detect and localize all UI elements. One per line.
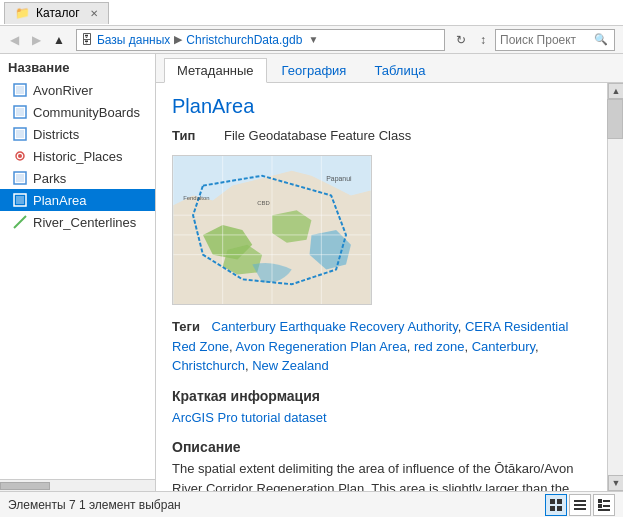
svg-rect-34 <box>574 504 586 506</box>
sidebar-item-parks[interactable]: Parks <box>0 167 155 189</box>
sidebar-item-rivercenterlines[interactable]: River_Centerlines <box>0 211 155 233</box>
search-area: 🔍 <box>495 29 615 51</box>
sidebar-item-label: AvonRiver <box>33 83 93 98</box>
main-area: Название AvonRiver CommunityBoards Distr… <box>0 54 623 491</box>
title-bar: 📁 Каталог ✕ <box>0 0 623 26</box>
sidebar-item-districts[interactable]: Districts <box>0 123 155 145</box>
sidebar-item-label: Districts <box>33 127 79 142</box>
back-button[interactable]: ◀ <box>4 29 24 51</box>
svg-point-7 <box>18 154 22 158</box>
scroll-thumb[interactable] <box>607 99 623 139</box>
address-sep1: ▶ <box>174 33 182 46</box>
svg-rect-35 <box>574 508 586 510</box>
toolbar: ◀ ▶ ▲ 🗄 Базы данных ▶ ChristchurchData.g… <box>0 26 623 54</box>
tags-section: Теги Canterbury Earthquake Recovery Auth… <box>172 317 583 376</box>
address-bar: 🗄 Базы данных ▶ ChristchurchData.gdb ▼ <box>76 29 445 51</box>
polygon-selected-icon <box>12 192 28 208</box>
right-panel: Метаданные География Таблица PlanArea Ти… <box>156 54 623 491</box>
line-icon <box>12 214 28 230</box>
sidebar-item-label: Historic_Places <box>33 149 123 164</box>
refresh-button[interactable]: ↻ <box>451 29 471 51</box>
sidebar-item-label: Parks <box>33 171 66 186</box>
svg-rect-36 <box>598 499 602 503</box>
summary-title: Краткая информация <box>172 388 583 404</box>
view-icon-2[interactable] <box>569 494 591 516</box>
status-text: Элементы 7 1 элемент выбран <box>8 498 545 512</box>
summary-section: Краткая информация ArcGIS Pro tutorial d… <box>172 388 583 428</box>
tab-metadata[interactable]: Метаданные <box>164 58 267 83</box>
description-title: Описание <box>172 439 583 455</box>
svg-rect-38 <box>598 504 602 508</box>
scroll-down-button[interactable]: ▼ <box>608 475 623 491</box>
status-bar: Элементы 7 1 элемент выбран <box>0 491 623 517</box>
tags-label: Теги <box>172 319 200 334</box>
status-icons <box>545 494 615 516</box>
address-databases[interactable]: Базы данных <box>97 33 170 47</box>
svg-rect-40 <box>598 509 610 511</box>
svg-text:CBD: CBD <box>257 200 269 206</box>
search-input[interactable] <box>496 33 591 47</box>
hscroll-track <box>0 481 155 491</box>
svg-line-12 <box>14 216 26 228</box>
polygon-icon <box>12 104 28 120</box>
svg-rect-30 <box>557 499 562 504</box>
svg-rect-31 <box>550 506 555 511</box>
sort-button[interactable]: ↕ <box>473 29 493 51</box>
summary-content: ArcGIS Pro tutorial dataset <box>172 408 583 428</box>
search-button[interactable]: 🔍 <box>591 33 611 46</box>
sidebar-item-planarea[interactable]: PlanArea <box>0 189 155 211</box>
type-value: File Geodatabase Feature Class <box>224 128 411 143</box>
description-section: Описание The spatial extent delimiting t… <box>172 439 583 491</box>
polygon-icon <box>12 126 28 142</box>
polygon-icon <box>12 82 28 98</box>
view-icon-3[interactable] <box>593 494 615 516</box>
address-gdb[interactable]: ChristchurchData.gdb <box>186 33 302 47</box>
sidebar-scrollbar[interactable] <box>0 479 155 491</box>
svg-rect-9 <box>16 174 24 182</box>
vertical-scrollbar[interactable]: ▲ ▼ <box>607 83 623 491</box>
up-button[interactable]: ▲ <box>48 29 70 51</box>
svg-rect-3 <box>16 108 24 116</box>
polygon-icon <box>12 170 28 186</box>
svg-rect-11 <box>16 196 24 204</box>
scroll-up-button[interactable]: ▲ <box>608 83 623 99</box>
sidebar-header: Название <box>0 54 155 79</box>
sidebar-item-label: River_Centerlines <box>33 215 136 230</box>
tab-geography[interactable]: География <box>269 58 360 82</box>
type-label: Тип <box>172 128 212 143</box>
svg-rect-5 <box>16 130 24 138</box>
hscroll-thumb[interactable] <box>0 482 50 490</box>
svg-rect-1 <box>16 86 24 94</box>
svg-rect-32 <box>557 506 562 511</box>
view-icon-1[interactable] <box>545 494 567 516</box>
content-title: PlanArea <box>172 95 583 118</box>
map-thumbnail: Papanui Fendalton CBD <box>172 155 372 305</box>
catalog-tab[interactable]: 📁 Каталог ✕ <box>4 2 109 24</box>
close-tab-button[interactable]: ✕ <box>90 8 98 19</box>
svg-rect-33 <box>574 500 586 502</box>
type-row: Тип File Geodatabase Feature Class <box>172 128 583 143</box>
forward-button[interactable]: ▶ <box>26 29 46 51</box>
tab-label: Каталог <box>36 6 80 20</box>
sidebar-item-communityboards[interactable]: CommunityBoards <box>0 101 155 123</box>
sidebar-item-label: CommunityBoards <box>33 105 140 120</box>
tab-table[interactable]: Таблица <box>361 58 438 82</box>
svg-text:Fendalton: Fendalton <box>183 195 209 201</box>
sidebar-item-avonriver[interactable]: AvonRiver <box>0 79 155 101</box>
description-content: The spatial extent delimiting the area o… <box>172 459 583 491</box>
scroll-track <box>608 99 623 475</box>
svg-rect-29 <box>550 499 555 504</box>
sidebar-item-label: PlanArea <box>33 193 86 208</box>
catalog-icon: 📁 <box>15 6 30 20</box>
tags-content: Canterbury Earthquake Recovery Authority… <box>172 319 568 373</box>
point-icon <box>12 148 28 164</box>
sidebar-item-historicplaces[interactable]: Historic_Places <box>0 145 155 167</box>
sidebar: Название AvonRiver CommunityBoards Distr… <box>0 54 156 479</box>
address-icon: 🗄 <box>81 33 93 47</box>
tab-bar: Метаданные География Таблица <box>156 54 623 83</box>
address-dropdown-button[interactable]: ▼ <box>308 34 318 45</box>
svg-text:Papanui: Papanui <box>326 175 352 183</box>
content-area: PlanArea Тип File Geodatabase Feature Cl… <box>156 83 607 491</box>
svg-rect-37 <box>603 500 610 502</box>
svg-rect-39 <box>603 505 610 507</box>
